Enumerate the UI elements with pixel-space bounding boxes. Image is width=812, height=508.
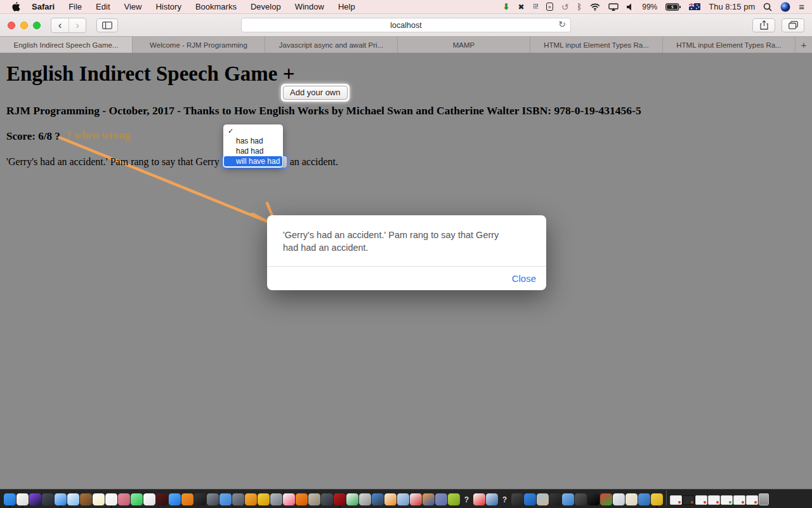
reload-icon[interactable]: ↻ [558, 19, 566, 29]
minimized-window-3[interactable] [695, 495, 707, 505]
language-flag-icon[interactable] [689, 1, 700, 13]
screen-broadcast-icon[interactable]: » [546, 3, 553, 11]
dock-icon-orange-coil-app[interactable] [245, 493, 257, 505]
menu-help[interactable]: Help [331, 0, 362, 14]
siri-icon[interactable] [780, 1, 790, 13]
dock-icon-chrome[interactable] [346, 493, 358, 505]
dock-icon-launchpad[interactable] [42, 493, 54, 505]
dock-icon-php[interactable] [435, 493, 447, 505]
dock-icon-blue-cube-app[interactable] [397, 493, 409, 505]
tab-mamp[interactable]: MAMP [398, 37, 530, 53]
dock-icon-notes[interactable] [93, 493, 105, 505]
dock-icon-terminal[interactable] [587, 493, 599, 505]
menu-safari[interactable]: Safari [25, 0, 62, 14]
airplay-icon[interactable] [608, 1, 619, 13]
dock-icon-siri[interactable] [29, 493, 41, 505]
dropdown-selected-blank[interactable]: ✓ [223, 126, 283, 136]
dock-icon-app-store[interactable] [169, 493, 181, 505]
dock-icon-thunderbird[interactable] [562, 493, 574, 505]
dock-icon-photo-booth[interactable] [118, 493, 130, 505]
wifi-icon[interactable] [590, 1, 600, 13]
dock-icon-red-doc-app[interactable] [410, 493, 422, 505]
dock-icon-keychain-app[interactable] [651, 493, 663, 505]
minimized-window-7[interactable] [746, 495, 758, 505]
dock-icon-display-tools-app[interactable] [321, 493, 333, 505]
dropdown-option-has-had[interactable]: has had [223, 136, 283, 146]
dock-icon-github[interactable] [575, 493, 587, 505]
tab-javascript-async-await[interactable]: Javascript async and await Pri... [265, 37, 398, 53]
dock-icon-q-blue-app[interactable] [372, 493, 384, 505]
minimized-window-4[interactable] [708, 495, 720, 505]
dock-icon-water-drop-app[interactable] [613, 493, 625, 505]
tab-english-indirect-speech-game[interactable]: English Indirect Speech Game... [0, 37, 133, 53]
dock-icon-doc-pencil-app[interactable] [625, 493, 638, 505]
share-button[interactable] [752, 18, 775, 32]
dock-icon-vlc[interactable] [384, 493, 396, 505]
dock-icon-photos[interactable] [143, 493, 155, 505]
dock-icon-preview[interactable] [67, 493, 79, 505]
dock-icon-blue-folder-2-app[interactable] [638, 493, 650, 505]
alfred-icon[interactable]: ✖ [518, 1, 524, 13]
minimized-window-6[interactable] [733, 495, 745, 505]
dock-icon-missing-app-2[interactable]: ? [499, 493, 511, 505]
apple-menu-icon[interactable] [11, 2, 21, 12]
tab-html-input-element-types-2[interactable]: HTML input Element Types Ra... [663, 37, 796, 53]
download-tray-icon[interactable]: ⬇ [503, 1, 510, 13]
dock-icon-dark-circle-app[interactable] [194, 493, 206, 505]
dock-icon-filezilla[interactable] [334, 493, 346, 505]
dock-icon-android-studio[interactable] [448, 493, 460, 505]
forward-button[interactable]: › [69, 18, 86, 32]
notification-center-icon[interactable]: ≡ [799, 1, 804, 13]
dock-icon-opera[interactable] [473, 493, 485, 505]
dock-icon-finder[interactable] [4, 493, 16, 505]
bluetooth-icon[interactable]: ᛒ [577, 1, 582, 13]
dock-icon-avast[interactable] [296, 493, 308, 505]
menu-view[interactable]: View [117, 0, 149, 14]
tab-html-input-element-types-1[interactable]: HTML input Element Types Ra... [530, 37, 663, 53]
dock-icon-textedit[interactable] [16, 493, 29, 505]
dock-icon-dark-red-app[interactable] [156, 493, 168, 505]
keyboard-switcher-icon[interactable]: ⠿! [533, 1, 538, 13]
dock-icon-blue-folder-app[interactable] [219, 493, 232, 505]
battery-icon[interactable] [665, 1, 681, 13]
dock-icon-hammer-app[interactable] [232, 493, 244, 505]
close-window-button[interactable] [8, 22, 15, 29]
dock-icon-safari[interactable] [55, 493, 67, 505]
menu-file[interactable]: File [62, 0, 89, 14]
dropdown-option-had-had[interactable]: had had [223, 146, 283, 156]
dock-icon-itunes[interactable] [283, 493, 295, 505]
volume-icon[interactable] [627, 1, 634, 13]
dock-icon-ibooks[interactable] [181, 493, 193, 505]
back-button[interactable]: ‹ [51, 18, 69, 32]
dock-icon-photo-frame-app[interactable] [270, 493, 282, 505]
dock-icon-vscode[interactable] [524, 493, 536, 505]
dock-icon-photo-landscape-app[interactable] [537, 493, 549, 505]
spotlight-icon[interactable] [763, 1, 772, 13]
dock-icon-clipboard-app[interactable] [308, 493, 320, 505]
new-tab-button[interactable]: + [796, 37, 812, 53]
address-bar[interactable]: localhost ↻ [241, 18, 571, 32]
menu-develop[interactable]: Develop [244, 0, 288, 14]
menu-clock[interactable]: Thu 8:15 pm [709, 1, 755, 13]
dock-icon-calendar[interactable] [105, 493, 117, 505]
dock-icon-dictionary[interactable] [80, 493, 92, 505]
dock-icon-facetime[interactable] [131, 493, 143, 505]
zoom-window-button[interactable] [33, 22, 41, 29]
dock-icon-colorful-balls-app[interactable] [600, 493, 612, 505]
dropdown-option-will-have-had[interactable]: will have had [224, 156, 282, 166]
minimized-window-2[interactable] [683, 495, 695, 505]
dock-icon-yellow-figure-app[interactable] [258, 493, 270, 505]
tab-welcome-rjm-programming[interactable]: Welcome - RJM Programming [133, 37, 265, 53]
dock-icon-missing-app-1[interactable]: ? [461, 493, 473, 505]
trash[interactable] [759, 493, 769, 505]
menu-bookmarks[interactable]: Bookmarks [188, 0, 244, 14]
dock-icon-dotted-circle-app[interactable] [549, 493, 561, 505]
tab-overview-button[interactable] [782, 18, 804, 32]
dialog-close-button[interactable]: Close [512, 273, 536, 284]
sidebar-toggle-button[interactable] [96, 18, 118, 32]
dock-icon-key-app[interactable] [511, 493, 523, 505]
minimized-window-5[interactable] [721, 495, 733, 505]
minimized-window-1[interactable] [670, 495, 682, 505]
time-machine-icon[interactable]: ↺ [561, 1, 569, 13]
dock-icon-xquartz[interactable] [207, 493, 219, 505]
